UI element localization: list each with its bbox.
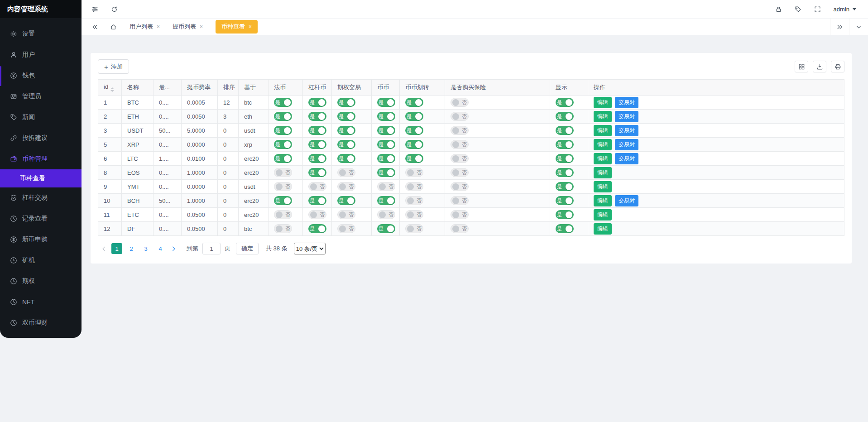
sidebar-item-miner[interactable]: 矿机 — [0, 250, 82, 271]
page-number-3[interactable]: 3 — [140, 243, 151, 254]
show-toggle[interactable]: 是 — [556, 112, 574, 121]
fiat-toggle[interactable]: 是 — [274, 98, 292, 107]
pair-button[interactable]: 交易对 — [615, 97, 638, 108]
edit-button[interactable]: 编辑 — [594, 167, 612, 178]
tag-icon[interactable] — [795, 6, 801, 13]
insurance-toggle[interactable]: 否 — [451, 112, 469, 121]
transfer-toggle[interactable]: 是 — [405, 126, 423, 135]
show-toggle[interactable]: 是 — [556, 168, 574, 177]
leverage-toggle[interactable]: 否 — [308, 182, 326, 191]
user-menu[interactable]: admin — [834, 6, 856, 13]
coincoin-toggle[interactable]: 否 — [377, 182, 395, 191]
next-page-icon[interactable] — [168, 243, 179, 254]
page-number-4[interactable]: 4 — [155, 243, 166, 254]
options-toggle[interactable]: 是 — [337, 98, 355, 107]
fiat-toggle[interactable]: 否 — [274, 224, 292, 233]
print-icon[interactable] — [831, 61, 844, 72]
export-icon[interactable] — [813, 61, 826, 72]
leverage-toggle[interactable]: 是 — [308, 196, 326, 205]
page-size-select[interactable]: 10 条/页 — [294, 243, 326, 254]
fiat-toggle[interactable]: 是 — [274, 112, 292, 121]
coincoin-toggle[interactable]: 是 — [377, 140, 395, 149]
page-jump-input[interactable] — [202, 243, 221, 254]
show-toggle[interactable]: 是 — [556, 196, 574, 205]
sidebar-item-feedback[interactable]: 投拆建议 — [0, 128, 82, 149]
tab-close-icon[interactable]: × — [157, 24, 160, 30]
options-toggle[interactable]: 是 — [337, 112, 355, 121]
leverage-toggle[interactable]: 是 — [308, 154, 326, 163]
sort-icon[interactable] — [110, 87, 114, 92]
edit-button[interactable]: 编辑 — [594, 139, 612, 150]
sidebar-item-currency[interactable]: 币种管理 — [0, 149, 82, 169]
prev-page-icon[interactable] — [98, 243, 110, 254]
leverage-toggle[interactable]: 是 — [308, 98, 326, 107]
page-number-1[interactable]: 1 — [111, 243, 122, 254]
sidebar-item-news[interactable]: 新闻 — [0, 107, 82, 128]
sliders-icon[interactable] — [91, 6, 98, 13]
fiat-toggle[interactable]: 是 — [274, 140, 292, 149]
transfer-toggle[interactable]: 是 — [405, 112, 423, 121]
column-settings-icon[interactable] — [795, 61, 808, 72]
pair-button[interactable]: 交易对 — [615, 195, 638, 206]
page-number-2[interactable]: 2 — [126, 243, 137, 254]
options-toggle[interactable]: 是 — [337, 126, 355, 135]
sidebar-item-users[interactable]: 用户 — [0, 44, 82, 65]
sidebar-item-wallet[interactable]: 钱包 — [0, 65, 82, 86]
leverage-toggle[interactable]: 是 — [308, 140, 326, 149]
edit-button[interactable]: 编辑 — [594, 181, 612, 192]
tab-提币列表[interactable]: 提币列表× — [173, 23, 203, 31]
transfer-toggle[interactable]: 是 — [405, 140, 423, 149]
edit-button[interactable]: 编辑 — [594, 195, 612, 206]
tabs-forward-icon[interactable] — [830, 19, 849, 35]
transfer-toggle[interactable]: 是 — [405, 154, 423, 163]
options-toggle[interactable]: 否 — [337, 182, 355, 191]
refresh-icon[interactable] — [111, 6, 118, 13]
leverage-toggle[interactable]: 是 — [308, 112, 326, 121]
transfer-toggle[interactable]: 否 — [405, 224, 423, 233]
transfer-toggle[interactable]: 否 — [405, 210, 423, 219]
tab-close-icon[interactable]: × — [249, 24, 252, 30]
home-tab-icon[interactable] — [110, 24, 117, 30]
coincoin-toggle[interactable]: 是 — [377, 168, 395, 177]
transfer-toggle[interactable]: 否 — [405, 168, 423, 177]
transfer-toggle[interactable]: 否 — [405, 182, 423, 191]
insurance-toggle[interactable]: 否 — [451, 182, 469, 191]
add-button[interactable]: + 添加 — [98, 59, 129, 74]
insurance-toggle[interactable]: 否 — [451, 224, 469, 233]
leverage-toggle[interactable]: 是 — [308, 224, 326, 233]
options-toggle[interactable]: 是 — [337, 154, 355, 163]
sidebar-item-options[interactable]: 期权 — [0, 271, 82, 292]
fiat-toggle[interactable]: 是 — [274, 196, 292, 205]
insurance-toggle[interactable]: 否 — [451, 126, 469, 135]
sidebar-item-records[interactable]: 记录查看 — [0, 208, 82, 229]
edit-button[interactable]: 编辑 — [594, 209, 612, 221]
leverage-toggle[interactable]: 否 — [308, 210, 326, 219]
pair-button[interactable]: 交易对 — [615, 139, 638, 150]
sidebar-item-settings[interactable]: 设置 — [0, 24, 82, 44]
options-toggle[interactable]: 是 — [337, 140, 355, 149]
lock-icon[interactable] — [775, 6, 782, 13]
show-toggle[interactable]: 是 — [556, 154, 574, 163]
tab-币种查看[interactable]: 币种查看× — [216, 20, 258, 34]
options-toggle[interactable]: 否 — [337, 224, 355, 233]
show-toggle[interactable]: 是 — [556, 98, 574, 107]
leverage-toggle[interactable]: 是 — [308, 168, 326, 177]
insurance-toggle[interactable]: 否 — [451, 210, 469, 219]
insurance-toggle[interactable]: 否 — [451, 168, 469, 177]
sidebar-item-nft[interactable]: NFT — [0, 292, 82, 312]
show-toggle[interactable]: 是 — [556, 126, 574, 135]
edit-button[interactable]: 编辑 — [594, 153, 612, 164]
sidebar-item-admins[interactable]: 管理员 — [0, 86, 82, 107]
edit-button[interactable]: 编辑 — [594, 97, 612, 108]
coincoin-toggle[interactable]: 是 — [377, 126, 395, 135]
collapse-sidebar-icon[interactable] — [91, 24, 98, 30]
options-toggle[interactable]: 否 — [337, 210, 355, 219]
edit-button[interactable]: 编辑 — [594, 125, 612, 136]
tab-用户列表[interactable]: 用户列表× — [129, 23, 160, 31]
edit-button[interactable]: 编辑 — [594, 111, 612, 122]
pair-button[interactable]: 交易对 — [615, 153, 638, 164]
coincoin-toggle[interactable]: 是 — [377, 154, 395, 163]
show-toggle[interactable]: 是 — [556, 210, 574, 219]
transfer-toggle[interactable]: 否 — [405, 196, 423, 205]
fullscreen-icon[interactable] — [814, 6, 821, 13]
